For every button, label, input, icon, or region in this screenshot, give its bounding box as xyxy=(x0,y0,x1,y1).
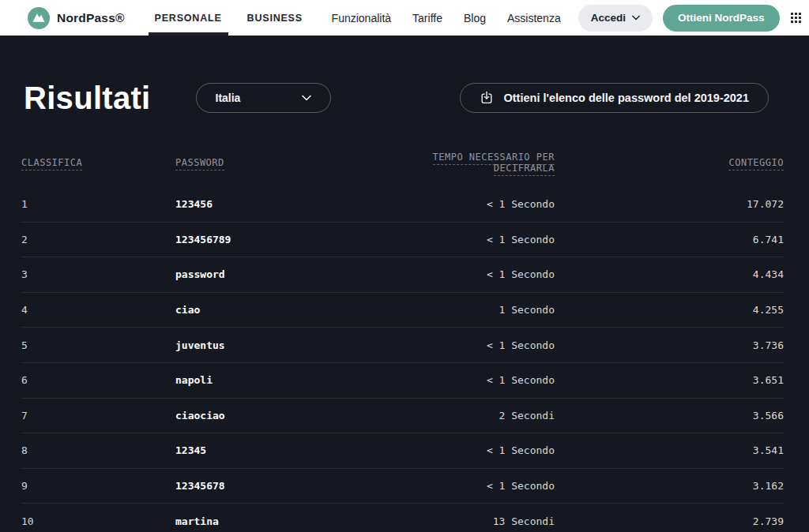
password-cell: ciao xyxy=(175,304,373,316)
table-row: 2 123456789 < 1 Secondo 6.741 xyxy=(21,223,784,258)
get-nordpass-label: Ottieni NordPass xyxy=(678,12,765,24)
nordpass-logo[interactable]: NordPass® xyxy=(28,7,125,29)
nav-link-blog[interactable]: Blog xyxy=(464,12,486,24)
country-dropdown-value: Italia xyxy=(216,92,241,104)
apps-grid-icon[interactable] xyxy=(791,13,802,24)
table-row: 1 123456 < 1 Secondo 17.072 xyxy=(21,187,784,223)
rank-cell: 7 xyxy=(21,410,175,421)
password-cell: 123456789 xyxy=(175,234,373,245)
column-header-tempo[interactable]: TEMPO NECESSARIO PER DECIFRARLA xyxy=(373,152,555,174)
brand-name: NordPass® xyxy=(57,11,125,25)
count-cell: 6.741 xyxy=(555,234,784,245)
table-row: 4 ciao 1 Secondo 4.255 xyxy=(21,293,784,328)
tab-business[interactable]: BUSINESS xyxy=(235,0,315,36)
table-row: 10 martina 13 Secondi 2.739 xyxy=(21,504,784,532)
rank-cell: 6 xyxy=(21,374,175,386)
count-cell: 4.434 xyxy=(555,268,784,280)
column-header-password[interactable]: PASSWORD xyxy=(175,157,373,168)
password-cell: juventus xyxy=(175,339,373,351)
rank-cell: 10 xyxy=(21,515,175,527)
password-cell: 12345 xyxy=(175,444,373,456)
download-button-label: Ottieni l'elenco delle password del 2019… xyxy=(504,92,750,104)
nav-link-tariffe[interactable]: Tariffe xyxy=(412,12,442,24)
download-password-list-button[interactable]: Ottieni l'elenco delle password del 2019… xyxy=(460,83,769,113)
tab-personale[interactable]: PERSONALE xyxy=(142,0,235,36)
rank-cell: 2 xyxy=(21,234,175,245)
crack-time-cell: < 1 Secondo xyxy=(373,444,555,456)
password-cell: password xyxy=(175,268,373,280)
login-button[interactable]: Accedi xyxy=(578,5,653,32)
crack-time-cell: < 1 Secondo xyxy=(373,234,555,245)
country-dropdown[interactable]: Italia xyxy=(196,83,331,113)
count-cell: 17.072 xyxy=(555,198,784,210)
count-cell: 4.255 xyxy=(555,304,784,316)
table-row: 5 juventus < 1 Secondo 3.736 xyxy=(21,328,784,363)
page-title: Risultati xyxy=(24,79,151,117)
table-row: 3 password < 1 Secondo 4.434 xyxy=(21,257,784,293)
rank-cell: 3 xyxy=(21,268,175,280)
results-header-row: Risultati Italia Ottieni l'elenco delle … xyxy=(21,79,784,117)
table-row: 7 ciaociao 2 Secondi 3.566 xyxy=(21,399,784,434)
table-body: 1 123456 < 1 Secondo 17.072 2 123456789 … xyxy=(21,187,784,532)
column-header-classifica[interactable]: CLASSIFICA xyxy=(21,157,175,168)
results-section: Risultati Italia Ottieni l'elenco delle … xyxy=(0,79,809,532)
nordpass-mountain-icon xyxy=(28,7,50,29)
password-cell: 123456 xyxy=(175,198,373,210)
crack-time-cell: < 1 Secondo xyxy=(373,374,555,386)
count-cell: 3.736 xyxy=(555,339,784,351)
rank-cell: 9 xyxy=(21,480,175,492)
nav-link-funzionalita[interactable]: Funzionalità xyxy=(332,12,392,24)
password-cell: napoli xyxy=(175,374,373,386)
crack-time-cell: < 1 Secondo xyxy=(373,480,555,492)
rank-cell: 4 xyxy=(21,304,175,316)
chevron-down-icon xyxy=(302,95,311,101)
count-cell: 3.566 xyxy=(555,410,784,421)
count-cell: 2.739 xyxy=(555,515,784,527)
chevron-down-icon xyxy=(632,15,640,21)
table-row: 9 12345678 < 1 Secondo 3.162 xyxy=(21,469,784,504)
crack-time-cell: 13 Secondi xyxy=(373,515,555,527)
crack-time-cell: < 1 Secondo xyxy=(373,339,555,351)
navbar-links: Funzionalità Tariffe Blog Assistenza xyxy=(332,12,561,24)
login-button-label: Accedi xyxy=(591,12,626,24)
rank-cell: 8 xyxy=(21,444,175,456)
crack-time-cell: < 1 Secondo xyxy=(373,268,555,280)
count-cell: 3.541 xyxy=(555,444,784,456)
password-cell: 12345678 xyxy=(175,480,373,492)
nav-link-assistenza[interactable]: Assistenza xyxy=(507,12,561,24)
table-header-row: CLASSIFICA PASSWORD TEMPO NECESSARIO PER… xyxy=(21,152,784,174)
segment-tabs: PERSONALE BUSINESS xyxy=(142,0,315,36)
crack-time-cell: 2 Secondi xyxy=(373,410,555,421)
table-row: 8 12345 < 1 Secondo 3.541 xyxy=(21,433,784,469)
count-cell: 3.162 xyxy=(555,480,784,492)
password-cell: ciaociao xyxy=(175,410,373,421)
rank-cell: 1 xyxy=(21,198,175,210)
top-navbar: NordPass® PERSONALE BUSINESS Funzionalit… xyxy=(0,0,809,36)
table-row: 6 napoli < 1 Secondo 3.651 xyxy=(21,363,784,399)
password-cell: martina xyxy=(175,515,373,527)
column-header-conteggio[interactable]: CONTEGGIO xyxy=(555,157,784,168)
crack-time-cell: 1 Secondo xyxy=(373,304,555,316)
rank-cell: 5 xyxy=(21,339,175,351)
count-cell: 3.651 xyxy=(555,374,784,386)
crack-time-cell: < 1 Secondo xyxy=(373,198,555,210)
get-nordpass-button[interactable]: Ottieni NordPass xyxy=(663,5,780,32)
download-icon xyxy=(480,91,494,105)
